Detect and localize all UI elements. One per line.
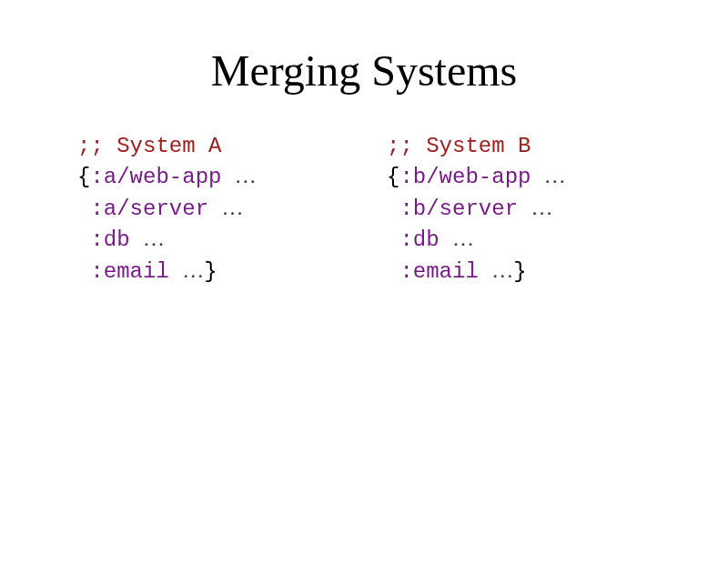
key-a2: :a/server <box>90 197 208 221</box>
key-b2: :b/server <box>399 197 518 221</box>
system-a-code: ;; System A {:a/web-app … :a/server … :d… <box>77 132 387 287</box>
slide: Merging Systems ;; System A {:a/web-app … <box>0 0 728 565</box>
system-b-code: ;; System B {:b/web-app … :b/server … :d… <box>387 132 696 287</box>
ellipsis: … <box>235 164 257 187</box>
key-a3: :db <box>90 227 129 252</box>
ellipsis: … <box>143 227 165 250</box>
ellipsis: … <box>221 196 243 219</box>
key-a4: :email <box>90 259 168 284</box>
code-columns: ;; System A {:a/web-app … :a/server … :d… <box>0 132 728 287</box>
close-brace-b: } <box>513 259 526 284</box>
comment-a: ;; System A <box>77 134 221 158</box>
ellipsis: … <box>182 258 204 282</box>
open-brace-b: { <box>387 165 399 189</box>
key-b4: :email <box>399 259 478 284</box>
slide-title: Merging Systems <box>0 45 728 96</box>
close-brace-a: } <box>204 259 217 284</box>
key-b3: :db <box>399 227 439 252</box>
comment-b: ;; System B <box>387 134 531 158</box>
key-a1: :a/web-app <box>90 165 221 189</box>
key-b1: :b/web-app <box>399 165 531 189</box>
ellipsis: … <box>544 164 566 187</box>
ellipsis: … <box>452 227 474 250</box>
ellipsis: … <box>531 196 552 219</box>
open-brace-a: { <box>77 165 90 189</box>
ellipsis: … <box>491 258 513 282</box>
